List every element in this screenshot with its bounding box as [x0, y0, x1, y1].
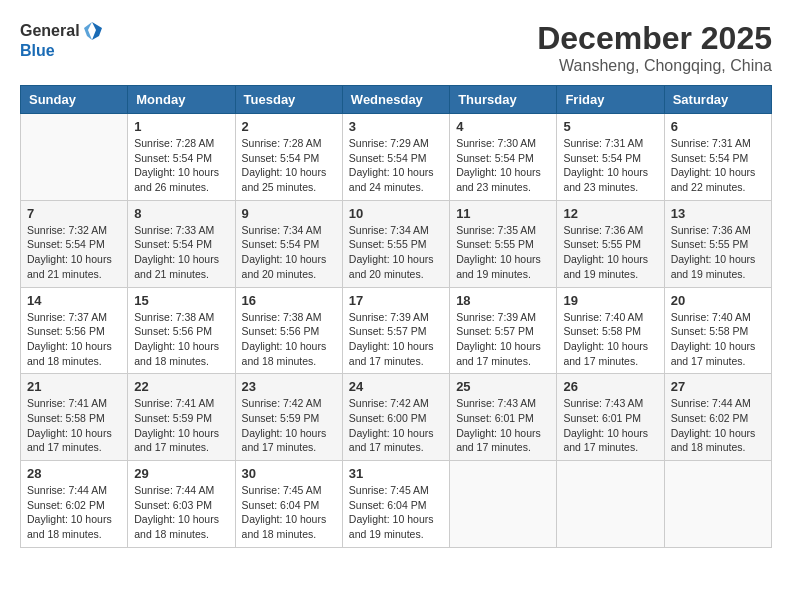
day-number: 20 — [671, 293, 765, 308]
calendar-cell-w1-d2: 1Sunrise: 7:28 AM Sunset: 5:54 PM Daylig… — [128, 114, 235, 201]
day-number: 5 — [563, 119, 657, 134]
calendar-cell-w5-d3: 30Sunrise: 7:45 AM Sunset: 6:04 PM Dayli… — [235, 461, 342, 548]
calendar-week-2: 7Sunrise: 7:32 AM Sunset: 5:54 PM Daylig… — [21, 200, 772, 287]
day-number: 12 — [563, 206, 657, 221]
calendar-header-row: Sunday Monday Tuesday Wednesday Thursday… — [21, 86, 772, 114]
month-title: December 2025 — [537, 20, 772, 57]
day-info: Sunrise: 7:43 AM Sunset: 6:01 PM Dayligh… — [563, 396, 657, 455]
day-number: 13 — [671, 206, 765, 221]
calendar-cell-w5-d4: 31Sunrise: 7:45 AM Sunset: 6:04 PM Dayli… — [342, 461, 449, 548]
logo-bird-icon — [82, 20, 104, 42]
day-number: 8 — [134, 206, 228, 221]
header-sunday: Sunday — [21, 86, 128, 114]
day-number: 14 — [27, 293, 121, 308]
calendar-cell-w3-d5: 18Sunrise: 7:39 AM Sunset: 5:57 PM Dayli… — [450, 287, 557, 374]
day-number: 30 — [242, 466, 336, 481]
day-info: Sunrise: 7:36 AM Sunset: 5:55 PM Dayligh… — [671, 223, 765, 282]
day-info: Sunrise: 7:38 AM Sunset: 5:56 PM Dayligh… — [242, 310, 336, 369]
day-info: Sunrise: 7:40 AM Sunset: 5:58 PM Dayligh… — [671, 310, 765, 369]
header-friday: Friday — [557, 86, 664, 114]
day-number: 31 — [349, 466, 443, 481]
day-info: Sunrise: 7:28 AM Sunset: 5:54 PM Dayligh… — [134, 136, 228, 195]
day-info: Sunrise: 7:40 AM Sunset: 5:58 PM Dayligh… — [563, 310, 657, 369]
day-number: 24 — [349, 379, 443, 394]
day-info: Sunrise: 7:38 AM Sunset: 5:56 PM Dayligh… — [134, 310, 228, 369]
logo-blue: Blue — [20, 42, 104, 60]
calendar-cell-w3-d7: 20Sunrise: 7:40 AM Sunset: 5:58 PM Dayli… — [664, 287, 771, 374]
calendar-cell-w5-d7 — [664, 461, 771, 548]
day-info: Sunrise: 7:42 AM Sunset: 6:00 PM Dayligh… — [349, 396, 443, 455]
calendar-cell-w1-d6: 5Sunrise: 7:31 AM Sunset: 5:54 PM Daylig… — [557, 114, 664, 201]
day-number: 7 — [27, 206, 121, 221]
logo: General Blue — [20, 20, 104, 60]
day-info: Sunrise: 7:34 AM Sunset: 5:55 PM Dayligh… — [349, 223, 443, 282]
day-number: 11 — [456, 206, 550, 221]
calendar-cell-w1-d3: 2Sunrise: 7:28 AM Sunset: 5:54 PM Daylig… — [235, 114, 342, 201]
calendar-cell-w4-d3: 23Sunrise: 7:42 AM Sunset: 5:59 PM Dayli… — [235, 374, 342, 461]
calendar-cell-w3-d4: 17Sunrise: 7:39 AM Sunset: 5:57 PM Dayli… — [342, 287, 449, 374]
calendar-week-5: 28Sunrise: 7:44 AM Sunset: 6:02 PM Dayli… — [21, 461, 772, 548]
calendar-cell-w2-d2: 8Sunrise: 7:33 AM Sunset: 5:54 PM Daylig… — [128, 200, 235, 287]
calendar-cell-w1-d5: 4Sunrise: 7:30 AM Sunset: 5:54 PM Daylig… — [450, 114, 557, 201]
day-info: Sunrise: 7:32 AM Sunset: 5:54 PM Dayligh… — [27, 223, 121, 282]
title-area: December 2025 Wansheng, Chongqing, China — [537, 20, 772, 75]
calendar-week-3: 14Sunrise: 7:37 AM Sunset: 5:56 PM Dayli… — [21, 287, 772, 374]
day-number: 18 — [456, 293, 550, 308]
calendar-cell-w4-d4: 24Sunrise: 7:42 AM Sunset: 6:00 PM Dayli… — [342, 374, 449, 461]
calendar-cell-w1-d4: 3Sunrise: 7:29 AM Sunset: 5:54 PM Daylig… — [342, 114, 449, 201]
header-wednesday: Wednesday — [342, 86, 449, 114]
calendar-cell-w3-d6: 19Sunrise: 7:40 AM Sunset: 5:58 PM Dayli… — [557, 287, 664, 374]
header-thursday: Thursday — [450, 86, 557, 114]
day-info: Sunrise: 7:33 AM Sunset: 5:54 PM Dayligh… — [134, 223, 228, 282]
day-info: Sunrise: 7:36 AM Sunset: 5:55 PM Dayligh… — [563, 223, 657, 282]
calendar-table: Sunday Monday Tuesday Wednesday Thursday… — [20, 85, 772, 548]
day-info: Sunrise: 7:41 AM Sunset: 5:59 PM Dayligh… — [134, 396, 228, 455]
day-info: Sunrise: 7:44 AM Sunset: 6:02 PM Dayligh… — [27, 483, 121, 542]
day-info: Sunrise: 7:34 AM Sunset: 5:54 PM Dayligh… — [242, 223, 336, 282]
calendar-cell-w2-d4: 10Sunrise: 7:34 AM Sunset: 5:55 PM Dayli… — [342, 200, 449, 287]
day-info: Sunrise: 7:42 AM Sunset: 5:59 PM Dayligh… — [242, 396, 336, 455]
day-number: 16 — [242, 293, 336, 308]
day-number: 9 — [242, 206, 336, 221]
logo-general: General — [20, 22, 80, 40]
calendar-cell-w1-d7: 6Sunrise: 7:31 AM Sunset: 5:54 PM Daylig… — [664, 114, 771, 201]
header-tuesday: Tuesday — [235, 86, 342, 114]
day-number: 4 — [456, 119, 550, 134]
day-number: 21 — [27, 379, 121, 394]
day-info: Sunrise: 7:31 AM Sunset: 5:54 PM Dayligh… — [671, 136, 765, 195]
day-number: 10 — [349, 206, 443, 221]
calendar-cell-w5-d2: 29Sunrise: 7:44 AM Sunset: 6:03 PM Dayli… — [128, 461, 235, 548]
day-info: Sunrise: 7:35 AM Sunset: 5:55 PM Dayligh… — [456, 223, 550, 282]
calendar-week-4: 21Sunrise: 7:41 AM Sunset: 5:58 PM Dayli… — [21, 374, 772, 461]
calendar-cell-w2-d7: 13Sunrise: 7:36 AM Sunset: 5:55 PM Dayli… — [664, 200, 771, 287]
calendar-cell-w4-d7: 27Sunrise: 7:44 AM Sunset: 6:02 PM Dayli… — [664, 374, 771, 461]
day-number: 25 — [456, 379, 550, 394]
calendar-cell-w3-d1: 14Sunrise: 7:37 AM Sunset: 5:56 PM Dayli… — [21, 287, 128, 374]
calendar-cell-w4-d6: 26Sunrise: 7:43 AM Sunset: 6:01 PM Dayli… — [557, 374, 664, 461]
day-info: Sunrise: 7:30 AM Sunset: 5:54 PM Dayligh… — [456, 136, 550, 195]
calendar-cell-w2-d1: 7Sunrise: 7:32 AM Sunset: 5:54 PM Daylig… — [21, 200, 128, 287]
calendar-cell-w4-d5: 25Sunrise: 7:43 AM Sunset: 6:01 PM Dayli… — [450, 374, 557, 461]
day-info: Sunrise: 7:43 AM Sunset: 6:01 PM Dayligh… — [456, 396, 550, 455]
calendar-cell-w5-d1: 28Sunrise: 7:44 AM Sunset: 6:02 PM Dayli… — [21, 461, 128, 548]
day-number: 17 — [349, 293, 443, 308]
svg-marker-0 — [92, 22, 102, 40]
day-info: Sunrise: 7:29 AM Sunset: 5:54 PM Dayligh… — [349, 136, 443, 195]
day-number: 1 — [134, 119, 228, 134]
day-info: Sunrise: 7:45 AM Sunset: 6:04 PM Dayligh… — [349, 483, 443, 542]
day-info: Sunrise: 7:37 AM Sunset: 5:56 PM Dayligh… — [27, 310, 121, 369]
day-number: 26 — [563, 379, 657, 394]
day-number: 19 — [563, 293, 657, 308]
day-info: Sunrise: 7:31 AM Sunset: 5:54 PM Dayligh… — [563, 136, 657, 195]
calendar-cell-w2-d6: 12Sunrise: 7:36 AM Sunset: 5:55 PM Dayli… — [557, 200, 664, 287]
day-info: Sunrise: 7:44 AM Sunset: 6:03 PM Dayligh… — [134, 483, 228, 542]
calendar-week-1: 1Sunrise: 7:28 AM Sunset: 5:54 PM Daylig… — [21, 114, 772, 201]
day-info: Sunrise: 7:39 AM Sunset: 5:57 PM Dayligh… — [349, 310, 443, 369]
calendar-cell-w3-d2: 15Sunrise: 7:38 AM Sunset: 5:56 PM Dayli… — [128, 287, 235, 374]
day-number: 15 — [134, 293, 228, 308]
day-number: 28 — [27, 466, 121, 481]
calendar-cell-w1-d1 — [21, 114, 128, 201]
svg-marker-1 — [84, 22, 92, 40]
day-number: 29 — [134, 466, 228, 481]
header-monday: Monday — [128, 86, 235, 114]
